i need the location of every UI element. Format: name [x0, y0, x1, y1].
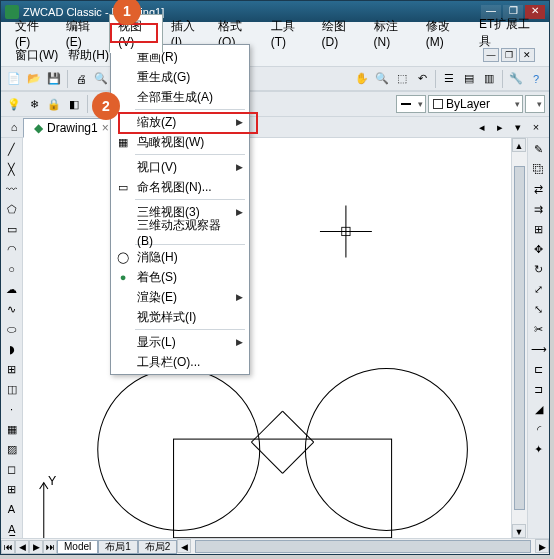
preview-button[interactable]: 🔍	[92, 70, 110, 88]
tab-menu-button[interactable]: ▾	[509, 118, 527, 136]
explode-tool[interactable]: ✦	[530, 440, 548, 458]
spline-tool[interactable]: ∿	[3, 300, 21, 318]
lineweight-combo[interactable]	[396, 95, 426, 113]
layer-combo[interactable]: ByLayer	[428, 95, 523, 113]
dropdown-regenall[interactable]: 全部重生成(A)	[111, 87, 249, 107]
fillet-tool[interactable]: ◜	[530, 420, 548, 438]
trim-tool[interactable]: ✂	[530, 320, 548, 338]
mtext-tool[interactable]: A	[3, 500, 21, 518]
point-tool[interactable]: ·	[3, 400, 21, 418]
menu-modify[interactable]: 修改(M)	[418, 15, 471, 52]
tab-first-button[interactable]: ⏮	[1, 540, 15, 554]
toolpalette-button[interactable]: ▥	[480, 70, 498, 88]
zoom-realtime-button[interactable]: 🔍	[373, 70, 391, 88]
designcenter-button[interactable]: ▤	[460, 70, 478, 88]
dropdown-regen[interactable]: 重生成(G)	[111, 67, 249, 87]
dropdown-visualstyle[interactable]: 视觉样式(I)	[111, 307, 249, 327]
insert-tool[interactable]: ⊞	[3, 360, 21, 378]
mirror-tool[interactable]: ⇄	[530, 180, 548, 198]
freeze-icon[interactable]: ❄	[25, 95, 43, 113]
scroll-right-arrow[interactable]: ▶	[535, 539, 549, 553]
menu-draw[interactable]: 绘图(D)	[314, 15, 366, 52]
rectangle-tool[interactable]: ▭	[3, 220, 21, 238]
table-tool[interactable]: ⊞	[3, 480, 21, 498]
scroll-left-arrow[interactable]: ◀	[177, 539, 191, 553]
scroll-up-arrow[interactable]: ▲	[512, 138, 526, 152]
color-icon[interactable]: ◧	[65, 95, 83, 113]
arc-tool[interactable]: ◠	[3, 240, 21, 258]
dropdown-toolbars[interactable]: 工具栏(O)...	[111, 352, 249, 372]
tab-close-button[interactable]: ×	[527, 118, 545, 136]
scroll-thumb[interactable]	[514, 166, 525, 510]
tab-next-button[interactable]: ▶	[29, 540, 43, 554]
horizontal-scrollbar[interactable]: ◀ ▶	[177, 539, 549, 554]
line-tool[interactable]: ╱	[3, 140, 21, 158]
dropdown-orbit3d[interactable]: 三维动态观察器(B)	[111, 222, 249, 242]
text-tool[interactable]: A̲	[3, 520, 21, 538]
hatch-tool[interactable]: ▦	[3, 420, 21, 438]
offset-tool[interactable]: ⇉	[530, 200, 548, 218]
scroll-thumb-h[interactable]	[195, 540, 531, 553]
menu-view[interactable]: 视图(V)	[109, 14, 162, 53]
save-button[interactable]: 💾	[45, 70, 63, 88]
vertical-scrollbar[interactable]: ▲ ▼	[511, 138, 527, 538]
menu-file[interactable]: 文件(F)	[7, 15, 58, 52]
ellipsearc-tool[interactable]: ◗	[3, 340, 21, 358]
menu-edit[interactable]: 编辑(E)	[58, 15, 109, 52]
dropdown-viewport[interactable]: 视口(V)▶	[111, 157, 249, 177]
document-tab[interactable]: ◆ Drawing1 ×	[23, 118, 120, 138]
pan-button[interactable]: ✋	[353, 70, 371, 88]
tab-nav-left[interactable]: ◂	[473, 118, 491, 136]
polyline-tool[interactable]: 〰	[3, 180, 21, 198]
layer-icon[interactable]: 💡	[5, 95, 23, 113]
dropdown-namedview[interactable]: ▭命名视图(N)...	[111, 177, 249, 197]
zoom-prev-button[interactable]: ↶	[413, 70, 431, 88]
print-button[interactable]: 🖨	[72, 70, 90, 88]
new-button[interactable]: 📄	[5, 70, 23, 88]
move-tool[interactable]: ✥	[530, 240, 548, 258]
block-tool[interactable]: ◫	[3, 380, 21, 398]
revcloud-tool[interactable]: ☁	[3, 280, 21, 298]
layer-manager-button[interactable]: 📑	[92, 95, 110, 113]
dropdown-hide[interactable]: ◯消隐(H)	[111, 247, 249, 267]
menu-ettools[interactable]: ET扩展工具	[471, 13, 543, 53]
menu-annotate[interactable]: 标注(N)	[366, 15, 418, 52]
extend-tool[interactable]: ⟶	[530, 340, 548, 358]
dropdown-aerial[interactable]: ▦鸟瞰视图(W)	[111, 132, 249, 152]
help-button[interactable]: ?	[527, 70, 545, 88]
erase-tool[interactable]: ✎	[530, 140, 548, 158]
tab-prev-button[interactable]: ◀	[15, 540, 29, 554]
measure-button[interactable]: 🔧	[507, 70, 525, 88]
stretch-tool[interactable]: ⤡	[530, 300, 548, 318]
close-tab-icon[interactable]: ×	[102, 121, 109, 135]
xline-tool[interactable]: ╳	[3, 160, 21, 178]
zoom-window-button[interactable]: ⬚	[393, 70, 411, 88]
rotate-tool[interactable]: ↻	[530, 260, 548, 278]
gradient-tool[interactable]: ▨	[3, 440, 21, 458]
array-tool[interactable]: ⊞	[530, 220, 548, 238]
scroll-down-arrow[interactable]: ▼	[512, 524, 526, 538]
polygon-tool[interactable]: ⬠	[3, 200, 21, 218]
region-tool[interactable]: ◻	[3, 460, 21, 478]
copy-tool[interactable]: ⿻	[530, 160, 548, 178]
lock-icon[interactable]: 🔒	[45, 95, 63, 113]
drawing-canvas[interactable]: X Y	[23, 138, 511, 538]
open-button[interactable]: 📂	[25, 70, 43, 88]
circle-tool[interactable]: ○	[3, 260, 21, 278]
join-tool[interactable]: ⊐	[530, 380, 548, 398]
doc-home-button[interactable]: ⌂	[5, 118, 23, 136]
tab-last-button[interactable]: ⏭	[43, 540, 57, 554]
linetype-combo[interactable]	[525, 95, 545, 113]
layout-tab-model[interactable]: Model	[57, 540, 98, 554]
layout-tab-2[interactable]: 布局2	[138, 540, 178, 554]
scale-tool[interactable]: ⤢	[530, 280, 548, 298]
menu-tools[interactable]: 工具(T)	[263, 15, 314, 52]
properties-button[interactable]: ☰	[440, 70, 458, 88]
dropdown-zoom[interactable]: 缩放(Z)▶	[111, 112, 249, 132]
dropdown-render[interactable]: 渲染(E)▶	[111, 287, 249, 307]
layout-tab-1[interactable]: 布局1	[98, 540, 138, 554]
ellipse-tool[interactable]: ⬭	[3, 320, 21, 338]
tab-nav-right[interactable]: ▸	[491, 118, 509, 136]
break-tool[interactable]: ⊏	[530, 360, 548, 378]
chamfer-tool[interactable]: ◢	[530, 400, 548, 418]
